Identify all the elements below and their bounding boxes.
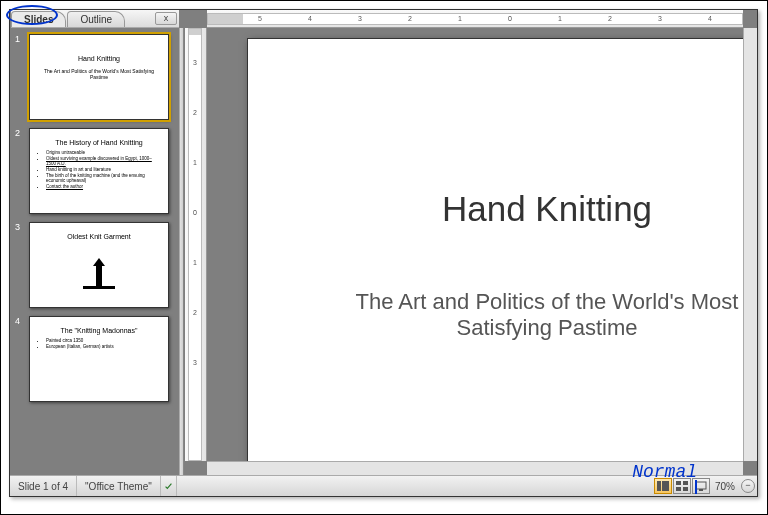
thumbnail-slide-2[interactable]: The History of Hand Knitting Origins unt…: [29, 128, 169, 214]
normal-view-icon: [657, 481, 669, 491]
thumbnail-row[interactable]: 3 Oldest Knit Garment: [15, 222, 175, 308]
svg-rect-3: [657, 481, 661, 491]
svg-rect-9: [696, 482, 706, 489]
current-slide[interactable]: Hand Knitting The Art and Politics of th…: [247, 38, 743, 461]
thumbnail-number: 2: [15, 128, 25, 138]
ruler-label: 2: [193, 109, 197, 116]
ruler-label: 0: [193, 209, 197, 216]
svg-marker-2: [93, 258, 105, 266]
ruler-label: 5: [258, 15, 262, 22]
ruler-label: 4: [308, 15, 312, 22]
thumbnail-slide-3[interactable]: Oldest Knit Garment: [29, 222, 169, 308]
thumbnail-slide-4[interactable]: The "Knitting Madonnas" Painted circa 13…: [29, 316, 169, 402]
thumb-title: The History of Hand Knitting: [38, 139, 160, 146]
thumb-bullet: Painted circa 1350: [46, 338, 160, 343]
thumbnail-row[interactable]: 2 The History of Hand Knitting Origins u…: [15, 128, 175, 214]
vertical-scrollbar[interactable]: [743, 28, 757, 461]
close-pane-button[interactable]: x: [155, 12, 177, 25]
vertical-ruler[interactable]: 3 2 1 0 1 2 3: [185, 28, 207, 461]
slide-indicator: Slide 1 of 4: [10, 476, 77, 496]
svg-rect-4: [662, 481, 669, 491]
thumb-title: The "Knitting Madonnas": [38, 327, 160, 334]
ruler-label: 3: [193, 359, 197, 366]
annotation-label-normal: Normal: [632, 462, 697, 482]
horizontal-ruler[interactable]: 5 4 3 2 1 0 1 2 3 4: [207, 10, 743, 28]
thumbnail-slide-1[interactable]: Hand Knitting The Art and Politics of th…: [29, 34, 169, 120]
spellcheck-icon[interactable]: [161, 476, 177, 496]
slide-title-text[interactable]: Hand Knitting: [442, 189, 652, 229]
thumbnail-row[interactable]: 1 Hand Knitting The Art and Politics of …: [15, 34, 175, 120]
slide-canvas-area[interactable]: Hand Knitting The Art and Politics of th…: [207, 28, 743, 461]
ruler-label: 1: [193, 159, 197, 166]
zoom-out-button[interactable]: −: [741, 479, 755, 493]
svg-rect-0: [83, 286, 115, 289]
ruler-label: 1: [458, 15, 462, 22]
thumb-bullet: Contact the author: [46, 184, 160, 189]
ruler-label: 0: [508, 15, 512, 22]
zoom-level[interactable]: 70%: [715, 481, 735, 492]
ruler-label: 4: [708, 15, 712, 22]
svg-rect-10: [699, 489, 703, 491]
ruler-label: 3: [658, 15, 662, 22]
theme-indicator: "Office Theme": [77, 476, 161, 496]
thumbnail-row[interactable]: 4 The "Knitting Madonnas" Painted circa …: [15, 316, 175, 402]
sock-image-icon: [79, 252, 119, 292]
ruler-label: 3: [358, 15, 362, 22]
thumb-bullet: Origins untraceable: [46, 150, 160, 155]
powerpoint-window: Slides Outline x 1 Hand Knitting The Art…: [9, 9, 758, 497]
pane-splitter[interactable]: [179, 28, 184, 476]
svg-rect-7: [676, 487, 681, 491]
thumb-bullet: Oldest surviving example discovered in E…: [46, 156, 160, 166]
thumb-subtitle: The Art and Politics of the World's Most…: [38, 68, 160, 80]
annotation-line: [695, 480, 697, 494]
thumb-bullet: European (Italian, German) artists: [46, 344, 160, 349]
thumb-bullet: The birth of the knitting machine (and t…: [46, 173, 160, 183]
ruler-label: 1: [558, 15, 562, 22]
tab-slides[interactable]: Slides: [11, 11, 66, 27]
thumbnail-list[interactable]: 1 Hand Knitting The Art and Politics of …: [11, 28, 179, 476]
svg-rect-8: [683, 487, 688, 491]
slide-subtitle-text[interactable]: The Art and Politics of the World's Most…: [308, 289, 743, 342]
thumbnail-number: 3: [15, 222, 25, 232]
tab-outline[interactable]: Outline: [67, 11, 125, 27]
svg-rect-1: [96, 266, 102, 286]
ruler-label: 3: [193, 59, 197, 66]
ruler-label: 2: [193, 309, 197, 316]
thumb-title: Oldest Knit Garment: [67, 233, 130, 240]
slide-editor: 5 4 3 2 1 0 1 2 3 4 3 2 1: [185, 10, 757, 475]
sorter-view-icon: [676, 481, 688, 491]
slides-outline-pane: Slides Outline x 1 Hand Knitting The Art…: [11, 10, 179, 476]
ruler-label: 2: [408, 15, 412, 22]
pane-tabs: Slides Outline x: [11, 10, 179, 28]
thumb-bullet: Hand knitting in art and literature: [46, 167, 160, 172]
ruler-label: 1: [193, 259, 197, 266]
thumbnail-number: 4: [15, 316, 25, 326]
thumbnail-number: 1: [15, 34, 25, 44]
ruler-label: 2: [608, 15, 612, 22]
thumb-title: Hand Knitting: [38, 55, 160, 62]
